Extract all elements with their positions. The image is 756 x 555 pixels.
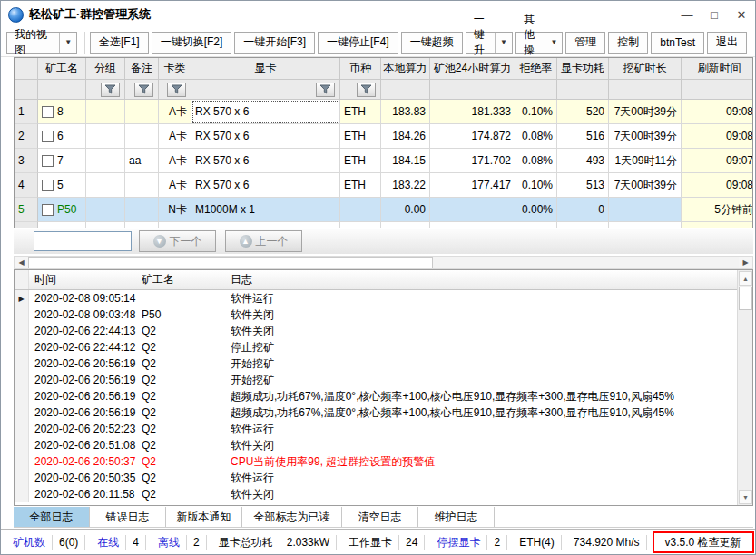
column-header-cardtype[interactable]: 卡类 bbox=[159, 58, 191, 80]
miner-row-3[interactable]: 37aaA卡RX 570 x 6ETH184.15171.7020.08%493… bbox=[15, 149, 752, 173]
current-row-icon: ▶ bbox=[18, 295, 24, 303]
column-header-pool24[interactable]: 矿池24小时算力 bbox=[430, 58, 515, 80]
scroll-up-icon[interactable]: ▲ bbox=[739, 271, 752, 286]
filter-icon[interactable] bbox=[134, 83, 153, 97]
toolbar-button-其他操作[interactable]: 其他操作▼ bbox=[515, 32, 563, 54]
miner-row-6[interactable]: 6N卡M1000M x 10.00%009:08 bbox=[15, 222, 752, 228]
tab-全部日志[interactable]: 全部日志 bbox=[14, 507, 90, 527]
vertical-scrollbar-thumb[interactable] bbox=[739, 287, 752, 310]
column-header-group[interactable]: 分组 bbox=[86, 58, 125, 80]
log-message: 软件运行 bbox=[225, 290, 752, 307]
horizontal-scrollbar-thumb[interactable] bbox=[28, 257, 433, 268]
log-row[interactable]: 2020-02-08 09:03:48P50软件关闭 bbox=[15, 307, 752, 323]
cell-coin: ETH bbox=[340, 100, 381, 124]
scroll-left-icon[interactable]: ◀ bbox=[15, 257, 28, 268]
my-view-dropdown[interactable]: 我的视图 ▼ bbox=[6, 32, 77, 54]
log-col-time[interactable]: 时间 bbox=[29, 270, 136, 289]
toolbar-button-退出[interactable]: 退出 bbox=[707, 32, 747, 54]
cell-local: 183.22 bbox=[381, 173, 430, 198]
column-header-reject[interactable]: 拒绝率 bbox=[515, 58, 557, 80]
log-row[interactable]: 2020-02-06 20:51:08Q2软件关闭 bbox=[15, 437, 752, 453]
column-header-gpu[interactable]: 显卡 bbox=[191, 58, 340, 80]
log-row[interactable]: 2020-02-06 20:56:19Q2超频成功,功耗67%,温度0°,核心频… bbox=[15, 388, 752, 404]
row-checkbox[interactable] bbox=[42, 106, 54, 118]
log-time: 2020-02-06 20:50:35 bbox=[29, 470, 136, 486]
column-header-local[interactable]: 本地算力 bbox=[381, 58, 430, 80]
miner-row-2[interactable]: 26A卡RX 570 x 6ETH184.26174.8720.08%5167天… bbox=[15, 124, 752, 149]
version-check-update-link[interactable]: v3.5.0 检查更新 bbox=[653, 531, 754, 553]
log-row[interactable]: 2020-02-06 22:44:12Q2停止挖矿 bbox=[15, 339, 752, 355]
log-row[interactable]: ▶2020-02-08 09:05:14软件运行 bbox=[15, 290, 752, 307]
log-row[interactable]: 2020-02-06 20:50:37Q2CPU当前使用率99, 超过群控设置的… bbox=[15, 453, 752, 470]
miner-name: P50 bbox=[57, 203, 76, 216]
cell-name: 7 bbox=[38, 149, 86, 173]
toolbar-button-全选[F1][interactable]: 全选[F1] bbox=[90, 32, 149, 54]
minimize-button[interactable]: — bbox=[673, 1, 701, 28]
log-row[interactable]: 2020-02-06 20:56:19Q2开始挖矿 bbox=[15, 355, 752, 372]
miner-row-1[interactable]: 18A卡RX 570 x 6ETH183.83181.3330.10%5207天… bbox=[15, 100, 752, 124]
toolbar-button-一键超频[interactable]: 一键超频 bbox=[401, 32, 463, 54]
cell-pool24: 177.417 bbox=[430, 173, 515, 198]
row-checkbox[interactable] bbox=[42, 180, 54, 191]
toolbar-button-一键停止[F4][interactable]: 一键停止[F4] bbox=[318, 32, 398, 54]
toolbar-button-一键切换[F2][interactable]: 一键切换[F2] bbox=[152, 32, 232, 54]
scroll-right-icon[interactable]: ▶ bbox=[739, 257, 752, 268]
log-row[interactable]: 2020-02-06 20:11:58Q2软件关闭 bbox=[15, 486, 752, 502]
log-miner: Q2 bbox=[136, 388, 225, 404]
column-header-uptime[interactable]: 挖矿时长 bbox=[609, 58, 682, 80]
log-row[interactable]: 2020-02-06 20:50:35Q2软件运行 bbox=[15, 470, 752, 486]
column-header-note[interactable]: 备注 bbox=[125, 58, 159, 80]
maximize-button[interactable]: □ bbox=[701, 1, 728, 28]
toolbar-button-管理[interactable]: 管理 bbox=[565, 32, 605, 54]
cell-note bbox=[125, 198, 159, 222]
scroll-down-icon[interactable]: ▼ bbox=[739, 490, 752, 504]
toolbar-button-一键升级[interactable]: 一键升级▼ bbox=[466, 32, 513, 54]
cell-reject: 0.08% bbox=[515, 124, 557, 149]
search-input[interactable] bbox=[34, 231, 132, 251]
next-button[interactable]: ▼ 下一个 bbox=[139, 230, 216, 252]
previous-button[interactable]: ▲ 上一个 bbox=[225, 230, 302, 252]
toolbar-buttons: 全选[F1]一键切换[F2]一键开始[F3]一键停止[F4]一键超频一键升级▼其… bbox=[90, 32, 750, 54]
row-checkbox[interactable] bbox=[42, 131, 54, 142]
cell-name: 6 bbox=[38, 124, 86, 149]
tab-新版本通知[interactable]: 新版本通知 bbox=[166, 507, 242, 527]
column-header-refresh[interactable]: 刷新时间 bbox=[682, 58, 753, 80]
title-bar: 轻松矿工·群控管理系统 — □ ✕ bbox=[1, 1, 755, 28]
log-row[interactable]: 2020-02-06 22:44:13Q2软件关闭 bbox=[15, 323, 752, 339]
filter-cell-uptime bbox=[609, 80, 682, 100]
tab-错误日志[interactable]: 错误日志 bbox=[90, 507, 166, 527]
row-checkbox[interactable] bbox=[42, 155, 54, 167]
column-header-power[interactable]: 显卡功耗 bbox=[557, 58, 609, 80]
column-header-rowhdr bbox=[15, 58, 38, 80]
my-view-label: 我的视图 bbox=[7, 33, 59, 53]
close-button[interactable]: ✕ bbox=[728, 1, 755, 28]
log-time: 2020-02-06 20:11:58 bbox=[29, 486, 136, 502]
toolbar-button-控制[interactable]: 控制 bbox=[608, 32, 648, 54]
status-segment: 4 bbox=[126, 535, 146, 550]
log-time: 2020-02-06 22:44:12 bbox=[29, 339, 136, 355]
status-segment: 在线 bbox=[91, 535, 126, 550]
column-header-name[interactable]: 矿工名 bbox=[38, 58, 86, 80]
tab-维护日志[interactable]: 维护日志 bbox=[418, 507, 495, 527]
tab-全部标志为已读[interactable]: 全部标志为已读 bbox=[242, 507, 342, 527]
window-title: 轻松矿工·群控管理系统 bbox=[29, 6, 151, 23]
miner-row-4[interactable]: 45A卡RX 570 x 6ETH183.22177.4170.10%5137天… bbox=[15, 173, 752, 198]
log-time: 2020-02-06 20:50:37 bbox=[29, 453, 136, 470]
toolbar-button-一键开始[F3][interactable]: 一键开始[F3] bbox=[234, 32, 315, 54]
row-checkbox[interactable] bbox=[42, 204, 54, 216]
filter-icon[interactable] bbox=[101, 83, 120, 97]
log-col-msg[interactable]: 日志 bbox=[225, 270, 752, 289]
miner-row-5[interactable]: 5P50N卡M1000M x 10.000.00%05分钟前 bbox=[15, 198, 752, 222]
log-row[interactable]: 2020-02-06 20:52:23Q2软件运行 bbox=[15, 421, 752, 437]
previous-button-label: 上一个 bbox=[256, 234, 289, 249]
log-row[interactable]: 2020-02-06 20:56:19Q2开始挖矿 bbox=[15, 372, 752, 388]
tab-清空日志[interactable]: 清空日志 bbox=[342, 507, 418, 527]
filter-icon[interactable] bbox=[316, 83, 335, 97]
column-header-coin[interactable]: 币种 bbox=[340, 58, 381, 80]
filter-icon[interactable] bbox=[167, 83, 186, 97]
log-row[interactable]: 2020-02-06 20:56:19Q2超频成功,功耗67%,温度0°,核心频… bbox=[15, 404, 752, 421]
log-col-miner[interactable]: 矿工名 bbox=[136, 270, 225, 289]
filter-icon[interactable] bbox=[357, 83, 376, 97]
toolbar-button-btnTest[interactable]: btnTest bbox=[651, 32, 704, 54]
miner-name: 5 bbox=[57, 179, 64, 191]
